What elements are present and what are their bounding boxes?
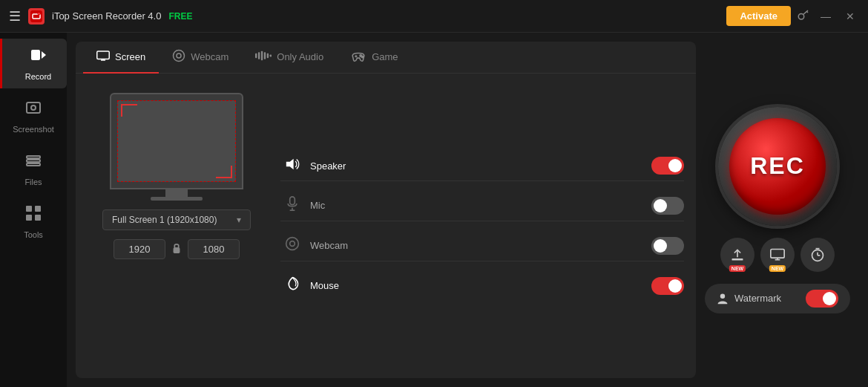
svg-rect-11 [27, 156, 40, 158]
monitor-inner [117, 100, 236, 182]
chevron-down-icon: ▾ [237, 215, 241, 225]
svg-line-6 [807, 11, 809, 13]
screen-select-value: Full Screen 1 (1920x1080) [112, 215, 217, 225]
tab-game[interactable]: Game [337, 42, 411, 74]
svg-point-3 [38, 13, 39, 14]
title-bar-left: ☰ iTop Screen Recorder 4.0 FREE [9, 8, 726, 25]
timer-button[interactable] [800, 238, 835, 272]
dimensions-row [114, 239, 240, 259]
mouse-control: Mouse [280, 270, 684, 301]
webcam-control-icon [280, 236, 304, 255]
menu-icon[interactable]: ☰ [9, 8, 21, 25]
sidebar-item-files[interactable]: Files [4, 144, 63, 194]
rec-inner[interactable]: REC [729, 118, 826, 215]
screen-select[interactable]: Full Screen 1 (1920x1080) ▾ [102, 209, 251, 230]
sidebar-files-label: Files [24, 178, 42, 186]
content-area: Screen Webcam [67, 33, 868, 387]
title-bar: ☰ iTop Screen Recorder 4.0 FREE Activate… [0, 0, 868, 33]
rec-button-wrapper: REC [718, 107, 837, 226]
files-icon [24, 152, 42, 174]
svg-point-38 [286, 238, 299, 250]
sidebar: Record Screenshot Files [0, 33, 67, 387]
close-button[interactable]: ✕ [841, 9, 859, 24]
upload-button[interactable]: NEW [720, 238, 754, 272]
free-badge: FREE [168, 11, 192, 22]
tab-game-label: Game [372, 51, 398, 62]
minimize-button[interactable]: — [816, 9, 835, 24]
sidebar-tools-label: Tools [24, 230, 43, 239]
monitor-button[interactable]: NEW [760, 238, 795, 272]
mic-control: Mic [280, 190, 684, 221]
svg-point-22 [177, 53, 181, 58]
svg-rect-9 [27, 103, 40, 113]
webcam-control: Webcam [280, 230, 684, 261]
monitor [110, 93, 243, 189]
app-title: iTop Screen Recorder 4.0 [52, 10, 161, 22]
tab-audio[interactable]: Only Audio [242, 42, 337, 74]
tab-webcam-label: Webcam [191, 51, 228, 62]
watermark-row: Watermark [705, 284, 850, 313]
mouse-toggle[interactable] [651, 277, 684, 295]
svg-rect-35 [290, 197, 295, 205]
key-button[interactable] [797, 8, 810, 25]
rec-label: REC [750, 152, 805, 180]
sidebar-item-record[interactable]: Record [0, 39, 67, 88]
speaker-icon [280, 157, 304, 175]
tab-screen-label: Screen [115, 51, 145, 62]
mic-label: Mic [310, 200, 651, 211]
tabs: Screen Webcam [76, 42, 696, 74]
svg-marker-34 [286, 158, 294, 169]
svg-rect-16 [26, 215, 32, 221]
svg-rect-7 [31, 50, 40, 60]
tools-icon [24, 204, 42, 227]
svg-rect-24 [258, 52, 260, 59]
rec-outer[interactable]: REC [718, 107, 837, 226]
webcam-control-label: Webcam [310, 240, 651, 251]
tab-screen[interactable]: Screen [83, 42, 159, 74]
mic-icon [280, 196, 304, 215]
monitor-wrapper [110, 93, 243, 201]
svg-rect-25 [261, 51, 263, 61]
title-bar-right: Activate — ✕ [726, 6, 859, 26]
tab-webcam[interactable]: Webcam [159, 42, 242, 74]
tab-audio-label: Only Audio [277, 51, 323, 62]
panel-body: Full Screen 1 (1920x1080) ▾ [76, 74, 696, 378]
game-tab-icon [350, 50, 366, 64]
svg-rect-28 [270, 54, 272, 56]
mouse-label: Mouse [310, 280, 651, 291]
svg-rect-18 [97, 51, 110, 59]
svg-rect-23 [255, 53, 257, 58]
sidebar-item-screenshot[interactable]: Screenshot [4, 91, 63, 141]
mic-toggle[interactable] [651, 197, 684, 215]
svg-rect-41 [771, 249, 784, 258]
audio-tab-icon [255, 51, 272, 63]
svg-rect-27 [267, 53, 269, 58]
webcam-toggle[interactable] [651, 237, 684, 255]
watermark-toggle[interactable] [806, 290, 838, 308]
webcam-tab-icon [172, 49, 185, 65]
speaker-label: Speaker [310, 160, 651, 172]
width-input[interactable] [114, 239, 165, 259]
svg-rect-15 [35, 206, 41, 212]
svg-rect-12 [27, 160, 40, 162]
record-icon [30, 46, 47, 68]
watermark-text: Watermark [734, 293, 781, 304]
main-layout: Record Screenshot Files [0, 33, 868, 387]
sidebar-record-label: Record [25, 72, 51, 81]
svg-point-21 [174, 51, 185, 62]
svg-point-39 [290, 241, 295, 247]
right-panel: REC NEW [696, 42, 859, 378]
svg-point-10 [31, 105, 36, 110]
svg-rect-26 [264, 52, 266, 59]
watermark-label: Watermark [717, 292, 781, 305]
sidebar-screenshot-label: Screenshot [13, 125, 54, 134]
activate-button[interactable]: Activate [726, 6, 791, 26]
speaker-toggle[interactable] [651, 157, 684, 175]
screenshot-icon [24, 99, 42, 121]
mouse-icon [280, 276, 304, 295]
monitor-new-badge: NEW [769, 265, 786, 272]
controls-area: Speaker Mic [280, 85, 684, 366]
height-input[interactable] [188, 239, 240, 259]
lock-icon [171, 242, 182, 256]
sidebar-item-tools[interactable]: Tools [4, 197, 63, 247]
